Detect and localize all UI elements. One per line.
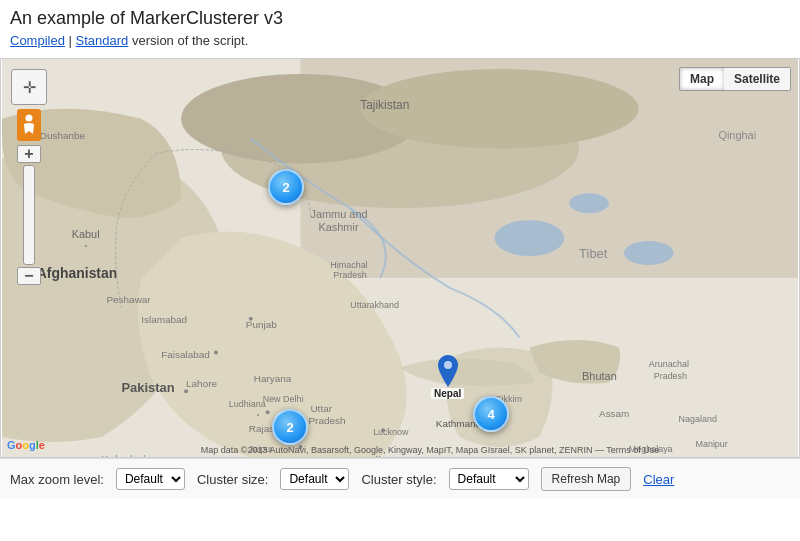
svg-text:Pradesh: Pradesh xyxy=(333,270,366,280)
terms-link[interactable]: Terms of Use xyxy=(606,445,659,455)
map-attribution: Map data ©2013 AutoNavi, Basarsoft, Goog… xyxy=(61,445,799,455)
svg-point-51 xyxy=(184,389,188,393)
zoom-level-label: Max zoom level: xyxy=(10,472,104,487)
svg-text:Jammu and: Jammu and xyxy=(310,208,367,220)
clear-link[interactable]: Clear xyxy=(643,472,674,487)
arrows-icon: ✛ xyxy=(23,78,36,97)
svg-point-52 xyxy=(214,351,218,355)
separator: | xyxy=(69,33,76,48)
svg-text:Uttar: Uttar xyxy=(310,403,332,414)
minus-icon: − xyxy=(24,267,33,285)
svg-text:Pradesh: Pradesh xyxy=(654,371,687,381)
page-wrapper: An example of MarkerClusterer v3 Compile… xyxy=(0,0,800,499)
svg-text:•: • xyxy=(85,241,88,250)
map-container[interactable]: Afghanistan Kabul • Pakistan Peshawar Is… xyxy=(0,58,800,458)
svg-text:Nagaland: Nagaland xyxy=(679,414,717,424)
svg-point-56 xyxy=(26,115,33,122)
refresh-map-button[interactable]: Refresh Map xyxy=(541,467,632,491)
svg-text:Himachal: Himachal xyxy=(330,260,367,270)
svg-text:Kashmir: Kashmir xyxy=(318,221,358,233)
google-logo: Google xyxy=(7,439,45,451)
svg-text:New Delhi: New Delhi xyxy=(263,394,304,404)
svg-text:Lucknow: Lucknow xyxy=(373,427,409,437)
svg-text:Qinghai: Qinghai xyxy=(718,129,756,141)
svg-text:Arunachal: Arunachal xyxy=(649,359,689,369)
version-suffix: version of the script. xyxy=(132,33,248,48)
zoom-in-button[interactable]: + xyxy=(17,145,41,163)
cluster-size-label: Cluster size: xyxy=(197,472,269,487)
svg-point-5 xyxy=(495,220,565,256)
svg-text:Afghanistan: Afghanistan xyxy=(37,265,117,281)
zoom-out-button[interactable]: − xyxy=(17,267,41,285)
nepal-pin-icon xyxy=(438,355,458,387)
page-title: An example of MarkerClusterer v3 xyxy=(10,8,790,29)
cluster-size-select[interactable]: Default xyxy=(280,468,349,490)
svg-text:Islamabad: Islamabad xyxy=(141,314,187,325)
standard-link[interactable]: Standard xyxy=(76,33,129,48)
pan-control[interactable]: ✛ xyxy=(11,69,47,105)
cluster-style-select[interactable]: Default xyxy=(449,468,529,490)
svg-text:Pradesh: Pradesh xyxy=(308,415,345,426)
page-header: An example of MarkerClusterer v3 Compile… xyxy=(0,0,800,58)
zoom-control: ✛ + − xyxy=(11,69,47,285)
plus-icon: + xyxy=(24,145,33,163)
map-svg: Afghanistan Kabul • Pakistan Peshawar Is… xyxy=(1,59,799,457)
street-view-icon[interactable] xyxy=(17,109,41,141)
svg-point-57 xyxy=(444,361,452,369)
svg-point-54 xyxy=(381,428,385,432)
svg-point-7 xyxy=(624,241,674,265)
cluster-marker-1[interactable]: 2 xyxy=(268,169,304,205)
compiled-link[interactable]: Compiled xyxy=(10,33,65,48)
satellite-button[interactable]: Satellite xyxy=(724,68,790,90)
svg-text:Haryana: Haryana xyxy=(254,373,292,384)
toolbar: Max zoom level: Default Cluster size: De… xyxy=(0,458,800,499)
cluster-marker-3[interactable]: 4 xyxy=(473,396,509,432)
cluster-count-2: 2 xyxy=(286,420,293,435)
svg-text:Tajikistan: Tajikistan xyxy=(360,98,409,112)
cluster-count-1: 2 xyxy=(282,180,289,195)
pin-nepal[interactable]: Nepal xyxy=(431,355,464,399)
attribution-text: Map data ©2013 AutoNavi, Basarsoft, Goog… xyxy=(201,445,607,455)
cluster-marker-2[interactable]: 2 xyxy=(272,409,308,445)
svg-text:Bhutan: Bhutan xyxy=(582,370,617,382)
zoom-level-select[interactable]: Default xyxy=(116,468,185,490)
cluster-style-label: Cluster style: xyxy=(361,472,436,487)
svg-text:Uttarakhand: Uttarakhand xyxy=(350,300,399,310)
cluster-count-3: 4 xyxy=(487,407,494,422)
svg-text:Kabul: Kabul xyxy=(72,228,100,240)
version-links: Compiled | Standard version of the scrip… xyxy=(10,33,790,48)
svg-text:Ludhiana: Ludhiana xyxy=(229,399,266,409)
svg-point-53 xyxy=(249,317,253,321)
svg-text:Tibet: Tibet xyxy=(579,246,608,261)
svg-text:Lahore: Lahore xyxy=(186,378,217,389)
svg-text:Assam: Assam xyxy=(599,408,629,419)
svg-point-6 xyxy=(569,193,609,213)
map-type-control: Map Satellite xyxy=(679,67,791,91)
svg-text:Peshawar: Peshawar xyxy=(106,294,151,305)
svg-text:Faisalabad: Faisalabad xyxy=(161,349,210,360)
svg-point-50 xyxy=(266,410,270,414)
svg-text:Pakistan: Pakistan xyxy=(121,380,174,395)
zoom-bar[interactable] xyxy=(23,165,35,265)
nepal-label: Nepal xyxy=(431,388,464,399)
map-button[interactable]: Map xyxy=(680,68,724,90)
